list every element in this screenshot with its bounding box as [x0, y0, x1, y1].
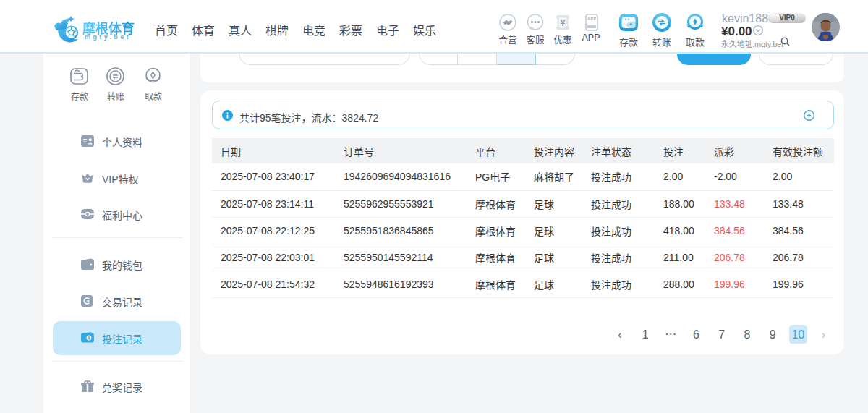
svg-text:¥: ¥ [561, 18, 566, 28]
svg-text:¥: ¥ [88, 336, 90, 341]
svg-text:APP: APP [587, 17, 596, 21]
